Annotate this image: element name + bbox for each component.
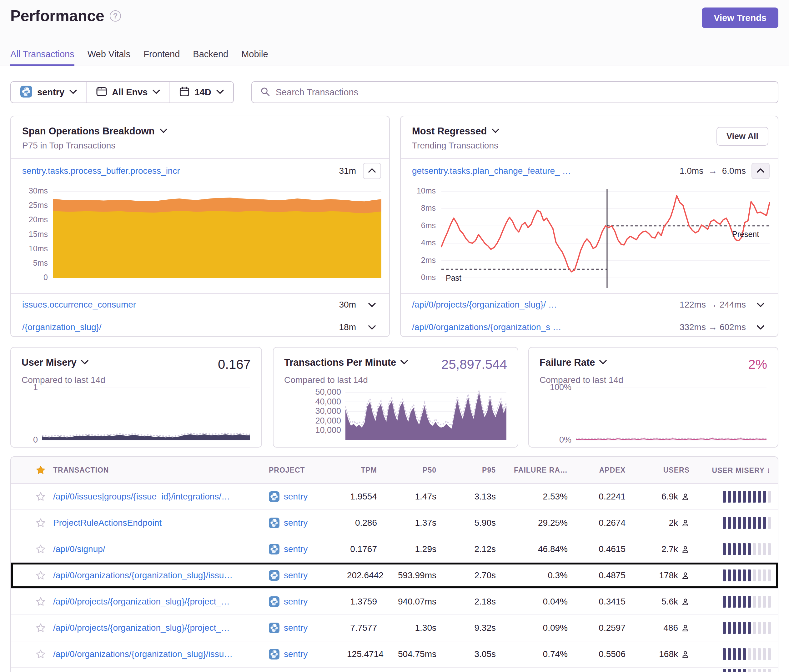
- column-header-p95[interactable]: P95: [441, 466, 500, 474]
- transaction-link[interactable]: /api/0/projects/{organization_slug}/{pro…: [53, 597, 269, 607]
- view-trends-button[interactable]: View Trends: [702, 8, 778, 28]
- project-link[interactable]: sentry: [269, 492, 347, 502]
- star-icon[interactable]: [28, 544, 53, 555]
- span-op-link[interactable]: sentry.tasks.process_buffer.process_incr: [22, 166, 333, 176]
- users-value: 2k: [630, 518, 694, 528]
- span-op-duration: 31m: [339, 166, 356, 176]
- expand-button[interactable]: [751, 297, 770, 313]
- python-icon: [269, 570, 280, 581]
- p50-value: 1.29s: [382, 544, 441, 554]
- page-title: Performance: [10, 7, 104, 25]
- most-regressed-title-dropdown[interactable]: Most Regressed: [412, 126, 767, 137]
- search-input[interactable]: [276, 87, 770, 97]
- apdex-value: 0.4875: [572, 570, 630, 580]
- tab-backend[interactable]: Backend: [193, 49, 228, 66]
- project-link[interactable]: sentry: [269, 517, 347, 528]
- tpm-value: 1.3759: [347, 597, 382, 607]
- tpm-value: 0.1767: [347, 544, 382, 554]
- project-selector[interactable]: sentry: [11, 82, 86, 102]
- chevron-down-icon: [757, 325, 764, 330]
- p95-value: 2.70s: [441, 570, 500, 580]
- transaction-link[interactable]: /api/0/organizations/{organization_slug}…: [53, 570, 269, 580]
- regressed-transaction-link[interactable]: /api/0/projects/{organization_slug}/ …: [412, 300, 673, 310]
- star-icon[interactable]: [28, 570, 53, 581]
- user-icon: [681, 650, 690, 659]
- environment-icon: [96, 87, 107, 96]
- regressed-transaction-link[interactable]: /api/0/organizations/{organization_s …: [412, 322, 673, 332]
- transaction-link[interactable]: /api/0/signup/: [53, 544, 269, 554]
- column-header-transaction[interactable]: Transaction: [53, 466, 269, 474]
- environment-selector[interactable]: All Envs: [86, 82, 169, 102]
- table-row: ProjectRuleActionsEndpoint sentry 0.286 …: [11, 510, 778, 536]
- user-misery-bars: [694, 648, 778, 660]
- view-all-button[interactable]: View All: [717, 127, 768, 146]
- star-filled-icon[interactable]: [28, 464, 53, 476]
- regression-to: 6.0ms: [722, 166, 746, 176]
- arrow-right-icon: →: [706, 300, 720, 310]
- y-axis-tick: 50,000: [283, 387, 341, 397]
- p95-value: 5.90s: [441, 518, 500, 528]
- regression-to: 602ms: [720, 322, 746, 332]
- user-misery-card: User Misery 0.167 Compared to last 14d 1…: [10, 347, 262, 448]
- expand-button[interactable]: [751, 319, 770, 335]
- column-header-project[interactable]: Project: [269, 466, 347, 474]
- column-header-p50[interactable]: P50: [382, 466, 441, 474]
- transaction-link[interactable]: ProjectRuleActionsEndpoint: [53, 518, 269, 528]
- search-icon: [260, 86, 270, 98]
- transaction-link[interactable]: /api/0/organizations/{organization_slug}…: [53, 649, 269, 659]
- failure-rate-value: 29.25%: [500, 518, 572, 528]
- p95-value: 2.12s: [441, 544, 500, 554]
- expand-button[interactable]: [363, 297, 381, 313]
- python-icon: [269, 623, 280, 633]
- tab-all-transactions[interactable]: All Transactions: [10, 49, 74, 66]
- span-ops-expanded-item: sentry.tasks.process_buffer.process_incr…: [11, 159, 389, 183]
- span-ops-chart: 30ms25ms20ms15ms10ms5ms0: [11, 183, 389, 293]
- star-icon[interactable]: [28, 648, 53, 660]
- help-icon[interactable]: ?: [110, 10, 121, 22]
- arrow-right-icon: →: [706, 166, 720, 176]
- user-misery-bars: [694, 543, 778, 555]
- present-label: Present: [732, 230, 759, 239]
- collapse-button[interactable]: [751, 163, 770, 179]
- transaction-link[interactable]: /api/0/issues|groups/{issue_id}/integrat…: [53, 492, 269, 502]
- expand-button[interactable]: [363, 319, 381, 335]
- p95-value: 3.13s: [441, 492, 500, 502]
- column-header-apdex[interactable]: Apdex: [572, 466, 630, 474]
- date-range-selector[interactable]: 14D: [169, 82, 233, 102]
- arrow-right-icon: →: [706, 322, 720, 332]
- column-header-users[interactable]: Users: [630, 466, 694, 474]
- user-icon: [681, 571, 690, 580]
- table-row: /api/0/issues|groups/{issue_id}/integrat…: [11, 484, 778, 510]
- span-ops-title-dropdown[interactable]: Span Operations Breakdown: [22, 126, 378, 137]
- star-icon[interactable]: [28, 622, 53, 634]
- column-header-tpm[interactable]: TPM: [347, 466, 382, 474]
- y-axis-tick: 0%: [542, 435, 572, 445]
- span-op-link[interactable]: issues.occurrence_consumer: [22, 300, 333, 310]
- tab-frontend[interactable]: Frontend: [144, 49, 180, 66]
- project-link[interactable]: sentry: [269, 596, 347, 607]
- star-icon[interactable]: [28, 517, 53, 528]
- star-icon[interactable]: [28, 491, 53, 502]
- apdex-value: 0.4615: [572, 544, 630, 554]
- failure-rate-value: 0.09%: [500, 623, 572, 633]
- regressed-transaction-link[interactable]: getsentry.tasks.plan_change_feature_ …: [412, 166, 673, 176]
- y-axis-tick: 40,000: [283, 397, 341, 407]
- project-link[interactable]: sentry: [269, 544, 347, 554]
- project-link[interactable]: sentry: [269, 570, 347, 581]
- y-axis-tick: 0: [25, 435, 38, 445]
- span-op-link[interactable]: /{organization_slug}/: [22, 322, 333, 332]
- project-link[interactable]: sentry: [269, 649, 347, 659]
- transactions-table: TransactionProjectTPMP50P95Failure Ra…Ap…: [10, 457, 778, 672]
- column-header-failure-rate[interactable]: Failure Ra…: [500, 466, 572, 474]
- tab-web-vitals[interactable]: Web Vitals: [88, 49, 131, 66]
- span-op-duration: 18m: [339, 322, 356, 332]
- star-icon[interactable]: [28, 596, 53, 607]
- column-header-user-misery[interactable]: User Misery↓: [694, 465, 778, 475]
- chevron-down-icon: [368, 325, 376, 330]
- chevron-down-icon: [492, 128, 499, 133]
- project-link[interactable]: sentry: [269, 623, 347, 633]
- transaction-link[interactable]: /api/0/projects/{organization_slug}/{pro…: [53, 623, 269, 633]
- collapse-button[interactable]: [363, 163, 381, 179]
- apdex-value: 0.3415: [572, 597, 630, 607]
- tab-mobile[interactable]: Mobile: [241, 49, 268, 66]
